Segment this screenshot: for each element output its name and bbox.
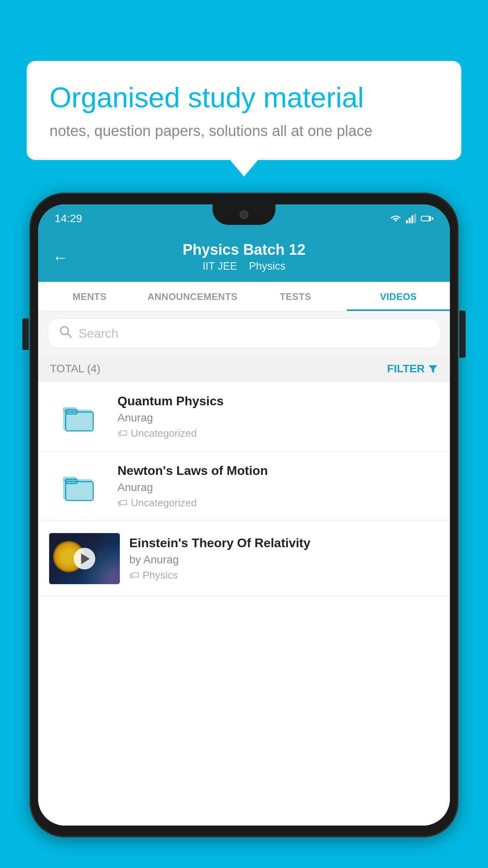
page-title: Physics Batch 12: [183, 241, 306, 258]
tag-icon: 🏷: [129, 569, 139, 581]
filter-row: TOTAL (4) FILTER: [38, 355, 450, 382]
svg-marker-10: [429, 365, 437, 373]
camera-icon: [240, 210, 248, 219]
tag-icon: 🏷: [117, 427, 128, 440]
svg-line-9: [67, 333, 71, 337]
app-header: ← Physics Batch 12 IIT JEE Physics: [38, 233, 450, 282]
svg-rect-1: [406, 220, 408, 223]
svg-rect-6: [422, 217, 429, 221]
tab-announcements[interactable]: ANNOUNCEMENTS: [141, 282, 244, 311]
tab-ments[interactable]: MENTS: [38, 282, 141, 311]
search-icon: [59, 325, 72, 342]
wifi-icon: [389, 214, 402, 223]
folder-icon-newton: [49, 465, 108, 508]
video-thumbnail-einstein: [49, 533, 120, 584]
tab-tests[interactable]: TESTS: [244, 282, 347, 311]
video-tag: 🏷 Physics: [129, 569, 439, 581]
phone-wrapper: 14:29: [29, 193, 459, 868]
filter-button[interactable]: FILTER: [387, 362, 438, 375]
video-info: Quantum Physics Anurag 🏷 Uncategorized: [117, 394, 439, 440]
search-bar[interactable]: Search: [48, 318, 440, 348]
header-subtitle: IIT JEE Physics: [202, 260, 285, 272]
phone-outer: 14:29: [29, 193, 459, 837]
status-icons: [389, 214, 433, 223]
status-bar: 14:29: [38, 204, 450, 233]
list-item[interactable]: Newton's Laws of Motion Anurag 🏷 Uncateg…: [38, 452, 450, 521]
signal-icon: [406, 214, 417, 223]
list-item[interactable]: Einstein's Theory Of Relativity by Anura…: [38, 521, 450, 596]
svg-rect-2: [409, 218, 411, 223]
play-button[interactable]: [74, 548, 95, 570]
speech-bubble-title: Organised study material: [50, 81, 438, 114]
svg-rect-4: [414, 214, 416, 223]
subtitle-iitjee: IIT JEE: [202, 260, 237, 272]
video-info: Newton's Laws of Motion Anurag 🏷 Uncateg…: [117, 463, 439, 509]
status-time: 14:29: [55, 212, 82, 225]
video-title: Einstein's Theory Of Relativity: [129, 536, 439, 550]
video-tag: 🏷 Uncategorized: [117, 427, 439, 440]
notch: [213, 204, 275, 225]
svg-rect-3: [411, 215, 413, 223]
list-item[interactable]: Quantum Physics Anurag 🏷 Uncategorized: [38, 382, 450, 452]
subtitle-physics: Physics: [249, 260, 286, 272]
video-author: by Anurag: [129, 554, 439, 566]
search-container: Search: [38, 311, 450, 355]
battery-icon: [421, 215, 433, 222]
search-input[interactable]: Search: [79, 326, 118, 341]
video-title: Quantum Physics: [117, 394, 439, 408]
speech-bubble-container: Organised study material notes, question…: [27, 61, 461, 160]
video-author: Anurag: [117, 412, 439, 424]
back-button[interactable]: ←: [52, 248, 68, 266]
filter-icon: [428, 364, 438, 374]
play-triangle-icon: [81, 553, 90, 564]
video-list: Quantum Physics Anurag 🏷 Uncategorized: [38, 382, 450, 826]
video-info: Einstein's Theory Of Relativity by Anura…: [129, 536, 439, 581]
total-count: TOTAL (4): [50, 362, 101, 375]
speech-bubble-subtitle: notes, question papers, solutions all at…: [50, 123, 438, 140]
tab-videos[interactable]: VIDEOS: [347, 282, 450, 311]
svg-rect-7: [432, 217, 433, 220]
folder-icon-quantum: [49, 395, 108, 438]
speech-bubble: Organised study material notes, question…: [27, 61, 461, 160]
tag-icon: 🏷: [117, 497, 128, 509]
video-author: Anurag: [117, 481, 439, 494]
svg-marker-0: [394, 219, 397, 222]
tabs-bar: MENTS ANNOUNCEMENTS TESTS VIDEOS: [38, 282, 450, 311]
phone-screen: 14:29: [38, 204, 450, 826]
video-title: Newton's Laws of Motion: [117, 463, 439, 478]
video-tag: 🏷 Uncategorized: [117, 497, 439, 509]
